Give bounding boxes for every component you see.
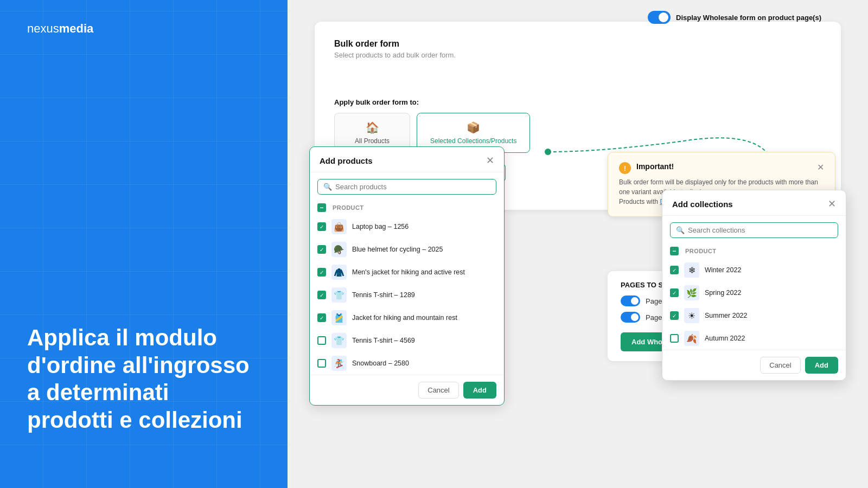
product-name-5: Tennis T-shirt – 4569 [352,337,496,344]
list-item: ☀ Summer 2022 [662,304,846,327]
table-row: 🎽 Jacket for hiking and mountain rest [310,306,504,329]
products-cancel-btn[interactable]: Cancel [418,382,458,399]
product-checkbox-6[interactable] [317,359,326,368]
collections-cancel-btn[interactable]: Cancel [760,357,800,374]
right-panel: Bulk order form Select products to add b… [288,0,868,488]
notice-warning-icon: ! [619,162,631,174]
add-collections-modal-header: Add collections ✕ [662,190,846,216]
product-thumb-1: 🪖 [331,242,347,257]
brand-logo: nexusmedia [27,22,260,36]
list-item: 🌿 Spring 2022 [662,281,846,304]
product-column-header: Product [333,204,363,211]
select-all-checkbox[interactable]: − [317,203,326,212]
notice-title: Important! [636,162,674,171]
left-panel: nexusmedia Applica il modulo d'ordine al… [0,0,288,488]
add-collections-footer: Cancel Add [662,350,846,380]
table-row: 🏂 Snowboard – 2580 [310,352,504,375]
collections-list-header: − Product [662,245,846,259]
product-checkbox-4[interactable] [317,313,326,322]
products-search-icon: 🔍 [323,183,332,191]
collection-thumb-2: ☀ [684,308,699,323]
add-collections-modal-title: Add collections [672,200,733,209]
collection-name-2: Summer 2022 [705,312,838,319]
card-title: Bulk order form [334,39,456,49]
product-thumb-5: 👕 [331,333,347,348]
add-products-close-btn[interactable]: ✕ [486,156,494,165]
table-row: 🪖 Blue helmet for cycling – 2025 [310,238,504,261]
product-name-6: Snowboard – 2580 [352,359,496,367]
add-products-footer: Cancel Add [310,375,504,405]
product-name-1: Blue helmet for cycling – 2025 [352,246,496,253]
apply-label: Apply bulk order form to: [334,98,821,106]
display-toggle-row: Display Wholesale form on product page(s… [648,11,821,24]
collection-name-0: Winter 2022 [705,266,838,274]
collections-search-box[interactable]: 🔍 [670,222,838,238]
collection-checkbox-2[interactable] [670,311,679,320]
table-row: 👕 Tennis T-shirt – 1289 [310,284,504,306]
table-row: 🧥 Men's jacket for hiking and active res… [310,261,504,284]
collections-search-input[interactable] [688,226,832,234]
option-all-products-label: All Products [355,137,390,145]
collection-name-3: Autumn 2022 [705,335,838,342]
collection-thumb-1: 🌿 [684,285,699,300]
selected-collections-icon: 📦 [467,121,480,134]
add-products-modal-header: Add products ✕ [310,147,504,172]
add-collections-close-btn[interactable]: ✕ [828,199,836,209]
add-collections-modal: Add collections ✕ 🔍 − Product ❄ Winter 2… [662,190,846,381]
notice-close-btn[interactable]: ✕ [817,162,824,172]
product-name-2: Men's jacket for hiking and active rest [352,268,496,276]
collections-column-header: Product [685,248,716,254]
add-products-modal: Add products ✕ 🔍 − Product 👜 Laptop bag … [309,146,505,406]
page2-toggle[interactable] [621,312,640,323]
collections-search-icon: 🔍 [676,226,685,234]
card-subtitle: Select products to add bulk order form. [334,51,456,59]
collection-checkbox-1[interactable] [670,288,679,297]
product-checkbox-0[interactable] [317,222,326,231]
list-item: ❄ Winter 2022 [662,259,846,281]
products-add-btn[interactable]: Add [463,382,496,399]
products-search-box[interactable]: 🔍 [317,179,496,195]
hero-heading: Applica il modulo d'ordine all'ingrosso … [27,324,260,434]
list-item: 🍂 Autumn 2022 [662,327,846,350]
page1-toggle[interactable] [621,296,640,306]
product-checkbox-1[interactable] [317,245,326,254]
brand-name-bold: media [59,22,94,35]
display-toggle[interactable] [648,11,671,24]
collection-thumb-0: ❄ [684,262,699,278]
collections-select-all[interactable]: − [670,247,679,255]
product-checkbox-2[interactable] [317,268,326,277]
product-name-4: Jacket for hiking and mountain rest [352,314,496,322]
notice-header: ! Important! ✕ [619,162,824,174]
collections-list: ❄ Winter 2022 🌿 Spring 2022 ☀ Summer 202… [662,259,846,350]
products-search-input[interactable] [335,183,490,191]
product-thumb-6: 🏂 [331,356,347,371]
product-name-3: Tennis T-shirt – 1289 [352,291,496,299]
all-products-icon: 🏠 [366,121,379,134]
table-row: 👕 Tennis T-shirt – 4569 [310,329,504,352]
collection-thumb-3: 🍂 [684,331,699,346]
product-thumb-2: 🧥 [331,265,347,280]
table-row: 👜 Laptop bag – 1256 [310,215,504,238]
collection-checkbox-3[interactable] [670,334,679,343]
products-list: 👜 Laptop bag – 1256 🪖 Blue helmet for cy… [310,215,504,375]
product-thumb-0: 👜 [331,219,347,234]
display-toggle-label: Display Wholesale form on product page(s… [676,14,821,22]
product-thumb-4: 🎽 [331,310,347,325]
notice-text2: Products with [619,198,658,206]
products-list-header: − Product [310,201,504,215]
product-checkbox-5[interactable] [317,336,326,345]
product-checkbox-3[interactable] [317,291,326,299]
product-name-0: Laptop bag – 1256 [352,223,496,230]
collection-name-1: Spring 2022 [705,289,838,297]
brand-name-light: nexus [27,22,59,35]
collections-add-btn[interactable]: Add [805,357,838,374]
add-products-modal-title: Add products [320,156,373,165]
product-thumb-3: 👕 [331,287,347,303]
collection-checkbox-0[interactable] [670,266,679,274]
option-selected-label: Selected Collections/Products [430,137,516,145]
